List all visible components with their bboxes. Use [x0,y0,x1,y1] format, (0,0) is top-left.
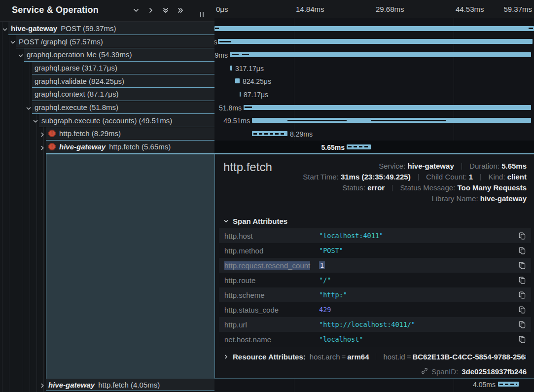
tree-row-http-fetch-1[interactable]: ! http.fetch (8.29ms) [0,127,214,141]
chevron-down-icon[interactable] [10,38,16,47]
span-bar-row[interactable]: 49.51ms [214,114,534,127]
copy-icon[interactable] [519,247,526,254]
attr-row[interactable]: net.host.name "localhost" [219,332,531,347]
attr-row-selected[interactable]: http.request.resend_count 1 [219,258,531,273]
chevron-right-icon[interactable] [39,131,45,140]
span-bar-row-selected[interactable]: 5.65ms [214,141,534,153]
service-value: hive-gateway [408,162,454,170]
operation-label: http.fetch (8.29ms) [59,129,121,138]
self-time-mark [219,41,231,42]
span-bar-row[interactable]: 317.17μs [214,62,534,75]
error-icon: ! [48,143,56,150]
attr-row[interactable]: http.host "localhost:4011" [219,228,531,243]
copy-icon[interactable] [519,291,526,299]
attr-row[interactable]: http.url "http://localhost:4011/" [219,317,531,332]
copy-icon[interactable] [519,277,526,284]
operation-label: graphql.execute (51.8ms) [35,103,118,111]
chevron-down-icon[interactable] [2,26,8,35]
span-bar-row[interactable] [214,22,534,36]
attr-key: http.route [224,276,319,285]
self-time-mark [245,107,252,108]
span-bar[interactable] [244,105,531,110]
chevron-right-icon[interactable] [223,353,229,361]
tree-row-http-fetch-3[interactable]: hive-gateway http.fetch (4.05ms) [0,379,214,391]
attr-value: 1 [319,261,325,269]
chevron-down-icon[interactable] [18,52,24,61]
attr-value: "/" [319,276,519,284]
chevron-right-icon[interactable] [39,144,45,153]
span-bar-row[interactable]: 54.39ms [214,48,534,62]
error-dashes [253,133,286,135]
operation-label: POST /graphql (57.57ms) [19,37,103,46]
copy-icon[interactable] [519,336,526,343]
duration-label: 4.05ms [468,380,496,389]
span-bar[interactable] [218,39,533,44]
status-message-label: Status Message: [400,183,456,192]
attr-row[interactable]: http.method "POST" [219,243,531,258]
tree-row-graphql-validate[interactable]: graphql.validate (824.25μs) [0,74,214,88]
copy-icon[interactable] [519,232,526,240]
copy-icon[interactable] [519,306,526,314]
tree-row-operation-me[interactable]: graphql.operation Me (54.39ms) [0,48,214,62]
collapse-one-icon[interactable] [133,7,140,14]
span-title: http.fetch [223,160,272,174]
chevron-down-icon[interactable] [33,117,38,126]
chevron-right-icon[interactable] [39,382,45,391]
tree-row-graphql-execute[interactable]: graphql.execute (51.8ms) [0,101,214,114]
span-bar-row[interactable]: 51.8ms [214,101,534,114]
span-bar-row[interactable]: 87.17μs [214,88,534,101]
span-bar[interactable] [235,78,240,83]
span-bar[interactable] [240,92,241,97]
duration-label: 49.51ms [223,116,250,125]
span-bar[interactable] [230,66,232,71]
operation-label: graphql.operation Me (54.39ms) [27,50,132,59]
span-detail-panel: http.fetch Service: hive-gateway Duratio… [214,153,534,379]
chevron-down-icon[interactable] [26,105,32,113]
duration-label: Duration: [469,162,499,170]
attr-row[interactable]: http.route "/" [219,273,531,287]
attr-value: "localhost" [319,335,519,343]
span-bar-row[interactable]: 57.57ms [214,35,534,48]
child-count-label: Child Count: [426,173,467,181]
copy-icon[interactable] [519,321,526,328]
attr-key: http.request.resend_count [224,261,310,270]
tree-row-http-fetch-2-selected[interactable]: ! hive-gateway http.fetch (5.65ms) [0,141,214,153]
attr-key: http.url [224,321,319,329]
attr-row[interactable]: http.status_code 429 [219,302,531,317]
resource-attr: host.id=BC62E13B-C4CC-5854-9788-2568... [383,353,526,361]
resource-attributes-toggle[interactable]: Resource Attributes: [233,353,306,361]
span-bar[interactable] [230,52,531,57]
duration-label: 57.57ms [214,37,216,46]
collapse-all-icon[interactable] [162,7,169,14]
attr-value: "POST" [319,247,519,254]
attr-key: http.status_code [224,306,319,314]
attr-key: net.host.name [224,335,319,344]
service-label: Service: [379,162,405,170]
copy-icon[interactable] [519,262,526,269]
resource-attr-key: host.arch [310,353,340,361]
tree-row-graphql-parse[interactable]: graphql.parse (317.17μs) [0,62,214,75]
resource-attr-value: BC62E13B-C4CC-5854-9788-2568... [412,353,526,361]
link-icon[interactable] [421,367,428,376]
span-bar[interactable] [214,26,534,31]
tree-row-post-graphql[interactable]: POST /graphql (57.57ms) [0,35,214,48]
tree-row-graphql-context[interactable]: graphql.context (87.17μs) [0,88,214,101]
expand-all-icon[interactable] [177,7,184,14]
tree-row-subgraph-execute[interactable]: subgraph.execute (accounts) (49.51ms) [0,114,214,127]
span-attributes-toggle[interactable]: Span Attributes [223,217,287,225]
kind-label: Kind: [488,173,505,181]
tree-row-hive-gateway-post[interactable]: hive-gateway POST (59.37ms) [0,22,214,36]
operation-label: graphql.parse (317.17μs) [35,64,117,72]
column-resize-handle[interactable] [200,12,204,17]
duration-label: 824.25μs [243,77,271,86]
attr-row[interactable]: http.scheme "http:" [219,287,531,302]
tick-1: 14.84ms [296,5,324,13]
operation-label: graphql.context (87.17μs) [35,90,118,98]
resource-attr-key: host.id [383,353,405,361]
span-bar-row[interactable]: 8.29ms [214,127,534,141]
span-bar-row[interactable]: 4.05ms [214,379,534,391]
self-time-mark [529,28,533,29]
expand-one-icon[interactable] [147,7,154,14]
span-bar-row[interactable]: 824.25μs [214,74,534,88]
operation-label: subgraph.execute (accounts) (49.51ms) [41,116,172,125]
